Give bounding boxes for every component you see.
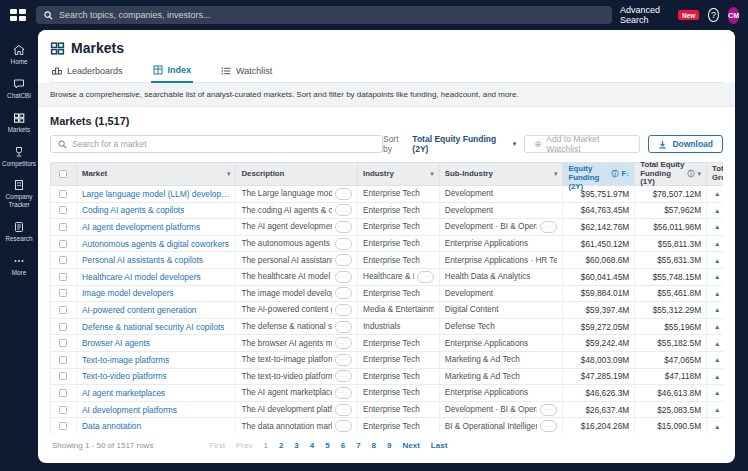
filter-dropdown-icon[interactable]: ▾ xyxy=(554,170,558,178)
market-link[interactable]: Image model developers xyxy=(82,288,174,298)
sort-desc-icon[interactable]: F↓ xyxy=(621,170,629,178)
row-checkbox[interactable] xyxy=(59,223,67,231)
advanced-search-link[interactable]: Advanced Search xyxy=(620,5,669,25)
market-link[interactable]: Defense & national security AI copilots xyxy=(82,322,224,332)
table-row[interactable]: Browser AI agents The browser AI agents … xyxy=(50,335,723,352)
cbinsights-logo[interactable] xyxy=(8,5,28,25)
sidebar-item-chatcbi[interactable]: ChatCBI xyxy=(0,72,38,106)
table-row[interactable]: Large language model (LLM) developers Th… xyxy=(50,186,723,203)
row-checkbox[interactable] xyxy=(59,406,67,414)
pagination-page-3[interactable]: 3 xyxy=(294,441,298,450)
more-ellipsis-icon[interactable]: ··· xyxy=(335,354,352,366)
column-header-growth[interactable]: Total Growth xyxy=(707,163,723,185)
market-link[interactable]: Coding AI agents & copilots xyxy=(82,205,184,215)
sort-by-dropdown[interactable]: Sort by Total Equity Funding (2Y) ▾ xyxy=(383,134,516,154)
more-ellipsis-icon[interactable]: ··· xyxy=(417,271,434,283)
more-ellipsis-icon[interactable]: ··· xyxy=(540,404,557,416)
avatar[interactable]: CM xyxy=(728,7,740,24)
row-checkbox[interactable] xyxy=(59,372,67,380)
market-link[interactable]: AI agent development platforms xyxy=(82,222,200,232)
info-icon[interactable]: ⓘ xyxy=(688,170,695,178)
more-ellipsis-icon[interactable]: ··· xyxy=(335,287,352,299)
table-row[interactable]: Text-to-video platforms The text-to-vide… xyxy=(50,369,723,386)
pagination-page-5[interactable]: 5 xyxy=(325,441,329,450)
column-header-funding-1y[interactable]: Total Equity Funding (1Y)ⓘ▾ xyxy=(635,163,707,185)
row-checkbox[interactable] xyxy=(59,240,67,248)
more-ellipsis-icon[interactable]: ··· xyxy=(335,204,352,216)
more-ellipsis-icon[interactable]: ··· xyxy=(335,404,352,416)
pagination-page-6[interactable]: 6 xyxy=(341,441,345,450)
more-ellipsis-icon[interactable]: ··· xyxy=(335,337,352,349)
more-ellipsis-icon[interactable]: ··· xyxy=(335,370,352,382)
row-checkbox[interactable] xyxy=(59,339,67,347)
filter-dropdown-icon[interactable]: ▾ xyxy=(430,170,434,178)
more-ellipsis-icon[interactable]: ··· xyxy=(540,221,557,233)
table-row[interactable]: AI agent marketplaces The AI agent marke… xyxy=(50,385,723,402)
tab-index[interactable]: Index xyxy=(151,65,194,83)
select-all-checkbox[interactable] xyxy=(59,170,67,178)
row-checkbox[interactable] xyxy=(59,273,67,281)
table-row[interactable]: Autonomous agents & digital coworkers Th… xyxy=(50,236,723,253)
market-link[interactable]: Browser AI agents xyxy=(82,338,150,348)
sidebar-item-competitors[interactable]: Competitors xyxy=(0,140,38,174)
pagination-page-8[interactable]: 8 xyxy=(372,441,376,450)
row-checkbox[interactable] xyxy=(59,422,67,430)
table-row[interactable]: AI agent development platforms The AI ag… xyxy=(50,219,723,236)
table-row[interactable]: Image model developers The image model d… xyxy=(50,286,723,303)
row-checkbox[interactable] xyxy=(59,323,67,331)
info-icon[interactable]: ⓘ xyxy=(611,170,618,178)
sidebar-item-more[interactable]: More xyxy=(0,249,38,283)
pagination-first[interactable]: First xyxy=(209,441,225,450)
row-checkbox[interactable] xyxy=(59,389,67,397)
market-link[interactable]: Data annotation xyxy=(82,421,141,431)
more-ellipsis-icon[interactable]: ··· xyxy=(335,420,352,432)
market-link[interactable]: Personal AI assistants & copilots xyxy=(82,255,203,265)
more-ellipsis-icon[interactable]: ··· xyxy=(335,188,352,200)
pagination-page-7[interactable]: 7 xyxy=(356,441,360,450)
market-link[interactable]: AI development platforms xyxy=(82,405,177,415)
sidebar-item-research[interactable]: Research xyxy=(0,215,38,249)
row-checkbox[interactable] xyxy=(59,190,67,198)
add-to-watchlist-button[interactable]: ⊕ Add to Market Watchlist xyxy=(524,135,640,153)
table-row[interactable]: Text-to-image platforms The text-to-imag… xyxy=(50,352,723,369)
sidebar-item-company-tracker[interactable]: Company Tracker xyxy=(0,173,38,215)
column-header-funding-2y[interactable]: Total Equity Funding (2Y)ⓘF↓ xyxy=(563,163,635,185)
pagination-page-4[interactable]: 4 xyxy=(310,441,314,450)
column-header-industry[interactable]: Industry▾ xyxy=(358,163,440,185)
market-link[interactable]: Autonomous agents & digital coworkers xyxy=(82,239,229,249)
table-row[interactable]: Personal AI assistants & copilots The pe… xyxy=(50,252,723,269)
tab-leaderboards[interactable]: Leaderboards xyxy=(50,65,125,82)
pagination-next[interactable]: Next xyxy=(403,441,420,450)
sidebar-item-markets[interactable]: Markets xyxy=(0,106,38,140)
row-checkbox[interactable] xyxy=(59,306,67,314)
more-ellipsis-icon[interactable]: ··· xyxy=(335,304,352,316)
download-button[interactable]: Download xyxy=(648,135,723,153)
help-icon[interactable]: ? xyxy=(708,8,718,22)
pagination-page-1[interactable]: 1 xyxy=(263,441,267,450)
market-link[interactable]: Large language model (LLM) developers xyxy=(82,189,231,199)
column-header-market[interactable]: Market▾ xyxy=(77,163,236,185)
sidebar-item-home[interactable]: Home xyxy=(0,38,38,72)
market-link[interactable]: Text-to-video platforms xyxy=(82,371,167,381)
table-row[interactable]: Data annotation The data annotation mark… xyxy=(50,418,723,434)
more-ellipsis-icon[interactable]: ··· xyxy=(335,238,352,250)
row-checkbox[interactable] xyxy=(59,356,67,364)
row-checkbox[interactable] xyxy=(59,206,67,214)
market-link[interactable]: AI agent marketplaces xyxy=(82,388,165,398)
table-row[interactable]: Coding AI agents & copilots The coding A… xyxy=(50,203,723,220)
filter-dropdown-icon[interactable]: ▾ xyxy=(227,170,231,178)
pagination-last[interactable]: Last xyxy=(431,441,447,450)
table-row[interactable]: AI-powered content generation The AI-pow… xyxy=(50,302,723,319)
more-ellipsis-icon[interactable]: ··· xyxy=(335,321,352,333)
pagination-prev[interactable]: Prev xyxy=(236,441,252,450)
column-header-description[interactable]: Description xyxy=(236,163,358,185)
more-ellipsis-icon[interactable]: ··· xyxy=(335,254,352,266)
pagination-page-2[interactable]: 2 xyxy=(279,441,283,450)
table-row[interactable]: Healthcare AI model developers The healt… xyxy=(50,269,723,286)
more-ellipsis-icon[interactable]: ··· xyxy=(335,271,352,283)
column-header-sub-industry[interactable]: Sub-Industry▾ xyxy=(440,163,564,185)
more-ellipsis-icon[interactable]: ··· xyxy=(540,420,557,432)
tab-watchlist[interactable]: Watchlist xyxy=(219,65,274,82)
row-checkbox[interactable] xyxy=(59,256,67,264)
market-link[interactable]: Healthcare AI model developers xyxy=(82,272,201,282)
